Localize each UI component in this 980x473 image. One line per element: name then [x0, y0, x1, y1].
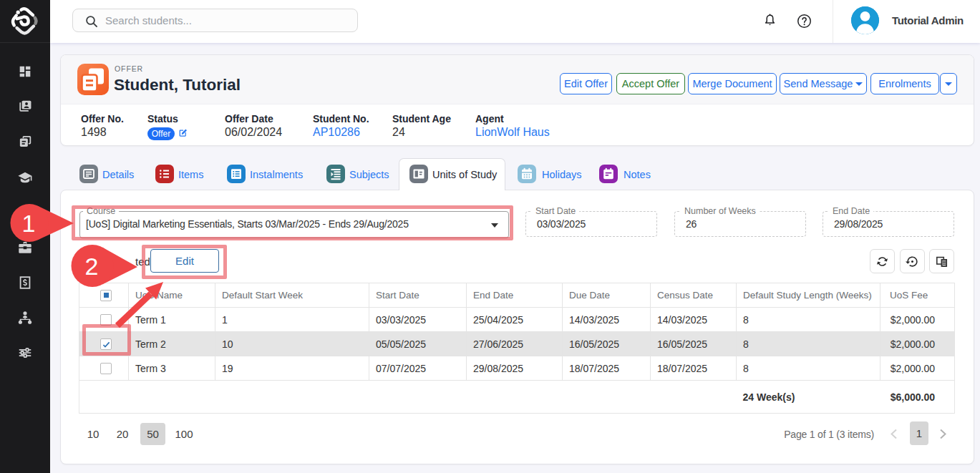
svg-text:1: 1	[22, 210, 36, 237]
svg-text:2: 2	[85, 253, 99, 280]
